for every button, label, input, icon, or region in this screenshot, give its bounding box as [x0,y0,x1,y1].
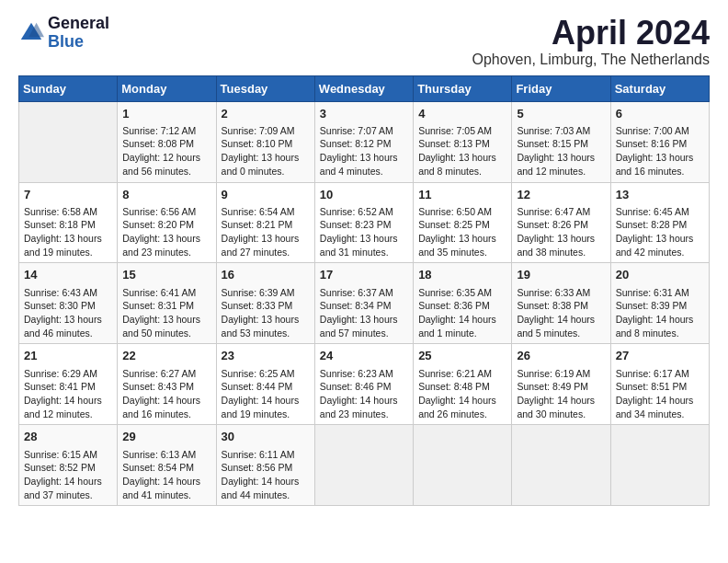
day-number: 23 [222,348,310,364]
day-number: 29 [122,429,210,445]
day-info: Sunrise: 6:13 AMSunset: 8:54 PMDaylight:… [122,448,210,502]
calendar-cell [414,425,512,506]
day-info: Sunrise: 6:50 AMSunset: 8:25 PMDaylight:… [418,205,506,259]
day-info: Sunrise: 6:47 AMSunset: 8:26 PMDaylight:… [517,205,605,259]
calendar-cell: 11Sunrise: 6:50 AMSunset: 8:25 PMDayligh… [414,182,512,263]
day-number: 21 [24,348,112,364]
calendar-cell: 24Sunrise: 6:23 AMSunset: 8:46 PMDayligh… [314,344,413,425]
col-header-wednesday: Wednesday [314,75,413,101]
day-number: 12 [517,187,605,203]
logo-text-general: General [48,15,109,33]
calendar-cell: 29Sunrise: 6:13 AMSunset: 8:54 PMDayligh… [118,425,216,506]
day-number: 19 [517,267,605,283]
col-header-saturday: Saturday [610,75,709,101]
calendar-cell [19,101,118,182]
day-info: Sunrise: 6:31 AMSunset: 8:39 PMDaylight:… [616,286,704,340]
day-info: Sunrise: 6:23 AMSunset: 8:46 PMDaylight:… [320,367,408,421]
calendar-cell: 10Sunrise: 6:52 AMSunset: 8:23 PMDayligh… [314,182,413,263]
day-info: Sunrise: 6:41 AMSunset: 8:31 PMDaylight:… [122,286,210,340]
page-header: General Blue April 2024 Ophoven, Limburg… [18,15,710,68]
day-info: Sunrise: 6:29 AMSunset: 8:41 PMDaylight:… [24,367,112,421]
day-number: 10 [320,187,408,203]
col-header-monday: Monday [118,75,216,101]
calendar-cell: 22Sunrise: 6:27 AMSunset: 8:43 PMDayligh… [118,344,216,425]
day-info: Sunrise: 6:21 AMSunset: 8:48 PMDaylight:… [418,367,506,421]
day-info: Sunrise: 6:19 AMSunset: 8:49 PMDaylight:… [517,367,605,421]
calendar-cell: 21Sunrise: 6:29 AMSunset: 8:41 PMDayligh… [19,344,118,425]
calendar-cell: 1Sunrise: 7:12 AMSunset: 8:08 PMDaylight… [118,101,216,182]
calendar-cell: 8Sunrise: 6:56 AMSunset: 8:20 PMDaylight… [118,182,216,263]
calendar-cell: 30Sunrise: 6:11 AMSunset: 8:56 PMDayligh… [216,425,314,506]
calendar-cell: 2Sunrise: 7:09 AMSunset: 8:10 PMDaylight… [216,101,314,182]
calendar-cell: 3Sunrise: 7:07 AMSunset: 8:12 PMDaylight… [314,101,413,182]
main-title: April 2024 [472,15,710,52]
day-info: Sunrise: 6:58 AMSunset: 8:18 PMDaylight:… [24,205,112,259]
day-info: Sunrise: 6:15 AMSunset: 8:52 PMDaylight:… [24,448,112,502]
day-info: Sunrise: 6:45 AMSunset: 8:28 PMDaylight:… [616,205,704,259]
week-row-3: 14Sunrise: 6:43 AMSunset: 8:30 PMDayligh… [19,263,710,344]
calendar-cell [512,425,610,506]
logo-icon [18,20,44,46]
day-number: 22 [122,348,210,364]
day-number: 14 [24,267,112,283]
day-info: Sunrise: 6:43 AMSunset: 8:30 PMDaylight:… [24,286,112,340]
calendar-cell: 7Sunrise: 6:58 AMSunset: 8:18 PMDaylight… [19,182,118,263]
week-row-4: 21Sunrise: 6:29 AMSunset: 8:41 PMDayligh… [19,344,710,425]
calendar-cell: 28Sunrise: 6:15 AMSunset: 8:52 PMDayligh… [19,425,118,506]
calendar-cell: 13Sunrise: 6:45 AMSunset: 8:28 PMDayligh… [610,182,709,263]
day-number: 11 [418,187,506,203]
calendar-cell: 25Sunrise: 6:21 AMSunset: 8:48 PMDayligh… [414,344,512,425]
day-info: Sunrise: 7:03 AMSunset: 8:15 PMDaylight:… [517,124,605,178]
day-info: Sunrise: 6:11 AMSunset: 8:56 PMDaylight:… [222,448,310,502]
day-info: Sunrise: 6:39 AMSunset: 8:33 PMDaylight:… [222,286,310,340]
calendar-cell: 14Sunrise: 6:43 AMSunset: 8:30 PMDayligh… [19,263,118,344]
calendar-cell: 9Sunrise: 6:54 AMSunset: 8:21 PMDaylight… [216,182,314,263]
day-number: 4 [418,106,506,122]
calendar-cell: 27Sunrise: 6:17 AMSunset: 8:51 PMDayligh… [610,344,709,425]
day-number: 18 [418,267,506,283]
day-number: 30 [222,429,310,445]
day-number: 15 [122,267,210,283]
logo: General Blue [18,15,109,52]
calendar-cell: 16Sunrise: 6:39 AMSunset: 8:33 PMDayligh… [216,263,314,344]
calendar-cell: 26Sunrise: 6:19 AMSunset: 8:49 PMDayligh… [512,344,610,425]
day-number: 28 [24,429,112,445]
calendar-cell: 4Sunrise: 7:05 AMSunset: 8:13 PMDaylight… [414,101,512,182]
day-number: 2 [222,106,310,122]
week-row-2: 7Sunrise: 6:58 AMSunset: 8:18 PMDaylight… [19,182,710,263]
day-info: Sunrise: 6:33 AMSunset: 8:38 PMDaylight:… [517,286,605,340]
day-number: 20 [616,267,704,283]
day-info: Sunrise: 6:37 AMSunset: 8:34 PMDaylight:… [320,286,408,340]
day-info: Sunrise: 7:09 AMSunset: 8:10 PMDaylight:… [222,124,310,178]
day-info: Sunrise: 7:00 AMSunset: 8:16 PMDaylight:… [616,124,704,178]
day-number: 17 [320,267,408,283]
col-header-thursday: Thursday [414,75,512,101]
day-number: 13 [616,187,704,203]
day-info: Sunrise: 6:17 AMSunset: 8:51 PMDaylight:… [616,367,704,421]
day-number: 26 [517,348,605,364]
logo-text-blue: Blue [48,33,109,52]
day-info: Sunrise: 7:05 AMSunset: 8:13 PMDaylight:… [418,124,506,178]
day-number: 3 [320,106,408,122]
day-number: 9 [222,187,310,203]
calendar-cell [314,425,413,506]
calendar-cell: 6Sunrise: 7:00 AMSunset: 8:16 PMDaylight… [610,101,709,182]
col-header-friday: Friday [512,75,610,101]
calendar-cell: 5Sunrise: 7:03 AMSunset: 8:15 PMDaylight… [512,101,610,182]
calendar-cell: 15Sunrise: 6:41 AMSunset: 8:31 PMDayligh… [118,263,216,344]
calendar-cell: 18Sunrise: 6:35 AMSunset: 8:36 PMDayligh… [414,263,512,344]
calendar-cell: 20Sunrise: 6:31 AMSunset: 8:39 PMDayligh… [610,263,709,344]
day-number: 24 [320,348,408,364]
day-number: 27 [616,348,704,364]
calendar-cell: 19Sunrise: 6:33 AMSunset: 8:38 PMDayligh… [512,263,610,344]
day-info: Sunrise: 6:54 AMSunset: 8:21 PMDaylight:… [222,205,310,259]
calendar-cell: 17Sunrise: 6:37 AMSunset: 8:34 PMDayligh… [314,263,413,344]
calendar-cell [610,425,709,506]
day-number: 16 [222,267,310,283]
day-number: 8 [122,187,210,203]
day-info: Sunrise: 6:25 AMSunset: 8:44 PMDaylight:… [222,367,310,421]
day-info: Sunrise: 6:56 AMSunset: 8:20 PMDaylight:… [122,205,210,259]
day-info: Sunrise: 7:07 AMSunset: 8:12 PMDaylight:… [320,124,408,178]
day-info: Sunrise: 7:12 AMSunset: 8:08 PMDaylight:… [122,124,210,178]
day-info: Sunrise: 6:35 AMSunset: 8:36 PMDaylight:… [418,286,506,340]
